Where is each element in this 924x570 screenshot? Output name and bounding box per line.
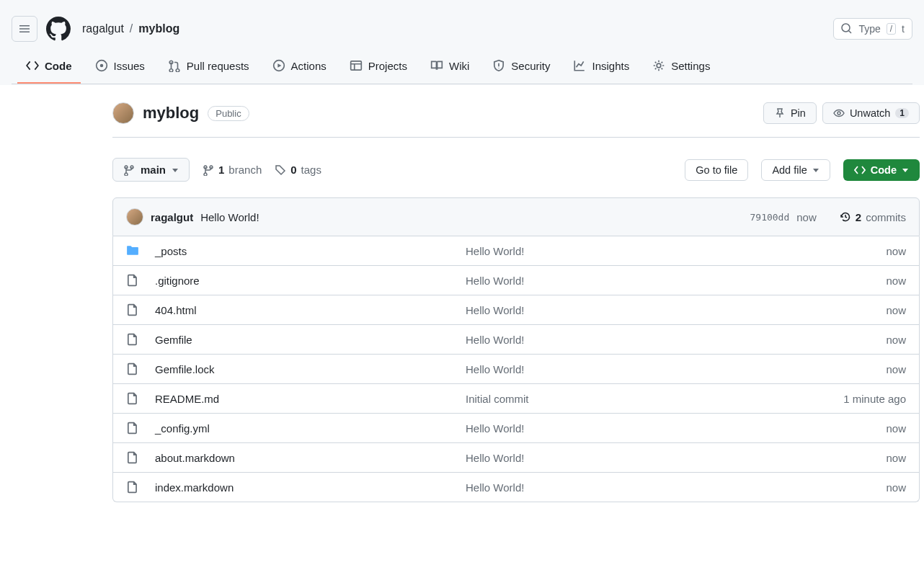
file-icon — [126, 481, 155, 494]
github-logo[interactable] — [46, 17, 71, 41]
branch-icon — [123, 164, 135, 176]
tab-label: Code — [45, 60, 72, 72]
branch-count[interactable]: 1 branch — [203, 164, 262, 176]
code-button[interactable]: Code — [843, 159, 920, 181]
commit-author-avatar[interactable] — [126, 208, 143, 226]
add-file-button[interactable]: Add file — [761, 159, 830, 181]
tab-pull-requests[interactable]: Pull requests — [159, 52, 258, 84]
file-commit-message[interactable]: Hello World! — [466, 363, 776, 375]
svg-point-5 — [838, 112, 840, 115]
repo-tabs: Code Issues Pull requests Actions Projec… — [12, 52, 912, 84]
commit-author[interactable]: ragalgut — [151, 211, 193, 223]
branch-icon — [203, 164, 214, 176]
file-commit-message[interactable]: Hello World! — [466, 334, 776, 346]
caret-down-icon — [812, 166, 819, 174]
commit-message[interactable]: Hello World! — [200, 211, 259, 223]
tag-count[interactable]: 0 tags — [275, 164, 321, 176]
file-toolbar: main 1 branch 0 tags Go to file Add file… — [112, 158, 920, 182]
svg-rect-3 — [350, 61, 361, 70]
tab-projects[interactable]: Projects — [341, 52, 416, 84]
file-icon — [126, 451, 155, 464]
branch-select-button[interactable]: main — [112, 158, 190, 182]
breadcrumb-separator: / — [130, 22, 133, 35]
file-table: _postsHello World!now.gitignoreHello Wor… — [112, 236, 920, 502]
repo-title[interactable]: myblog — [143, 104, 199, 123]
tab-insights[interactable]: Insights — [564, 52, 638, 84]
eye-icon — [833, 107, 845, 119]
file-commit-message[interactable]: Hello World! — [466, 422, 776, 435]
file-icon — [126, 274, 155, 287]
insights-icon — [573, 59, 586, 72]
goto-file-button[interactable]: Go to file — [685, 159, 748, 181]
file-commit-message[interactable]: Hello World! — [466, 275, 776, 287]
file-commit-message[interactable]: Initial commit — [466, 393, 776, 405]
breadcrumb-owner[interactable]: ragalgut — [82, 22, 124, 35]
tab-label: Insights — [592, 60, 629, 72]
branch-count-number: 1 — [218, 164, 224, 176]
file-age: now — [776, 304, 906, 316]
file-row: GemfileHello World!now — [113, 324, 919, 354]
file-icon — [126, 422, 155, 435]
file-commit-message[interactable]: Hello World! — [466, 452, 776, 464]
file-age: now — [776, 245, 906, 257]
file-name[interactable]: .gitignore — [155, 275, 466, 287]
latest-commit-bar: ragalgut Hello World! 79100dd now 2 comm… — [112, 197, 920, 236]
pin-label: Pin — [791, 107, 806, 119]
file-name[interactable]: README.md — [155, 393, 466, 405]
commit-time[interactable]: now — [796, 211, 817, 223]
tab-label: Wiki — [449, 60, 469, 72]
branch-count-word: branch — [228, 164, 262, 176]
file-name[interactable]: 404.html — [155, 304, 466, 316]
security-icon — [492, 59, 505, 72]
file-name[interactable]: _posts — [155, 245, 466, 257]
file-age: now — [776, 452, 906, 464]
file-commit-message[interactable]: Hello World! — [466, 304, 776, 316]
caret-down-icon — [172, 166, 179, 174]
commit-count: 2 — [856, 211, 861, 223]
tab-security[interactable]: Security — [484, 52, 559, 84]
commits-link[interactable]: 2 commits — [840, 211, 906, 223]
commit-sha[interactable]: 79100dd — [750, 212, 789, 223]
tab-wiki[interactable]: Wiki — [422, 52, 478, 84]
hamburger-icon — [19, 23, 30, 35]
tag-icon — [275, 164, 286, 176]
tab-actions[interactable]: Actions — [264, 52, 335, 84]
breadcrumb-repo[interactable]: myblog — [138, 22, 179, 35]
file-name[interactable]: Gemfile — [155, 334, 466, 346]
github-logo-icon — [46, 17, 71, 41]
file-age: 1 minute ago — [776, 393, 906, 405]
watch-count: 1 — [895, 108, 909, 118]
search-input[interactable]: Type / t — [833, 18, 912, 40]
file-name[interactable]: Gemfile.lock — [155, 363, 466, 375]
commit-word: commits — [866, 211, 906, 223]
file-icon — [126, 333, 155, 346]
hamburger-button[interactable] — [12, 16, 37, 42]
file-row: README.mdInitial commit1 minute ago — [113, 383, 919, 413]
file-icon — [126, 303, 155, 316]
projects-icon — [350, 59, 363, 72]
watch-button[interactable]: Unwatch 1 — [822, 102, 920, 124]
file-age: now — [776, 422, 906, 435]
file-age: now — [776, 363, 906, 375]
tab-label: Settings — [671, 60, 710, 72]
file-name[interactable]: index.markdown — [155, 481, 466, 494]
file-icon — [126, 362, 155, 375]
search-icon — [841, 23, 853, 35]
svg-point-1 — [99, 64, 103, 68]
code-icon — [854, 164, 866, 176]
file-name[interactable]: _config.yml — [155, 422, 466, 435]
file-name[interactable]: about.markdown — [155, 452, 466, 464]
owner-avatar[interactable] — [112, 102, 134, 124]
folder-icon — [126, 244, 155, 257]
file-row: Gemfile.lockHello World!now — [113, 354, 919, 383]
tab-label: Actions — [291, 60, 326, 72]
tab-issues[interactable]: Issues — [86, 52, 154, 84]
file-commit-message[interactable]: Hello World! — [466, 245, 776, 257]
tab-code[interactable]: Code — [17, 52, 81, 84]
pin-button[interactable]: Pin — [763, 102, 817, 124]
tab-settings[interactable]: Settings — [644, 52, 719, 84]
issues-icon — [95, 59, 108, 72]
breadcrumb: ragalgut / myblog — [82, 22, 179, 35]
tab-label: Projects — [368, 60, 407, 72]
file-commit-message[interactable]: Hello World! — [466, 481, 776, 494]
